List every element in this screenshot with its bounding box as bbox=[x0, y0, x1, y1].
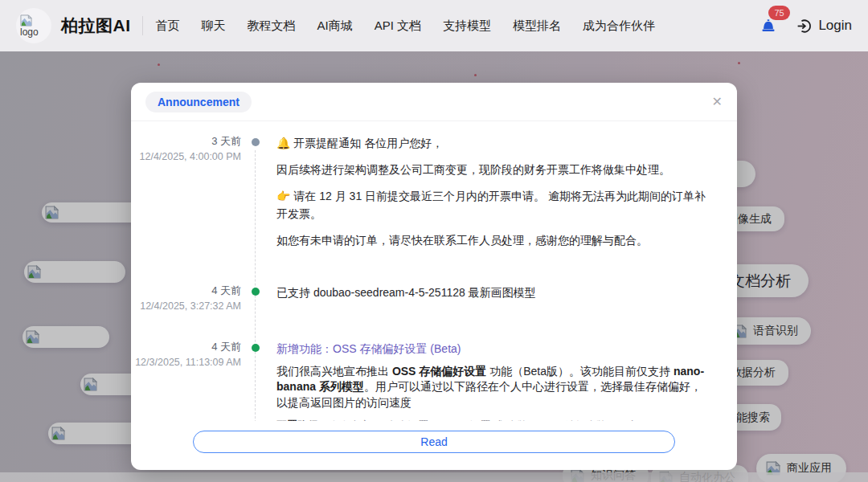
notification-count-badge: 75 bbox=[768, 6, 789, 20]
main-menu: 首页 聊天 教程文档 AI商城 API 文档 支持模型 模型排名 成为合作伙伴 bbox=[156, 18, 656, 34]
announcement-badge: Announcement bbox=[145, 92, 252, 112]
login-label: Login bbox=[818, 18, 852, 34]
entry-relative-time: 4 天前 bbox=[131, 284, 241, 299]
entry-title-link[interactable]: 新增功能：OSS 存储偏好设置 (Beta) bbox=[276, 340, 711, 357]
entry-relative-time: 4 天前 bbox=[131, 340, 241, 355]
timeline-dot bbox=[252, 344, 260, 352]
entry-paragraph: 因后续将进行架构调整及公司工商变更，现阶段的财务开票工作将做集中处理。 bbox=[276, 161, 711, 178]
modal-body: 3 天前 12/4/2025, 4:00:00 PM 🔔 开票提醒通知 各位用户… bbox=[131, 121, 737, 421]
announcement-entry: 3 天前 12/4/2025, 4:00:00 PM 🔔 开票提醒通知 各位用户… bbox=[131, 134, 737, 258]
entry-datetime: 12/4/2025, 4:00:00 PM bbox=[131, 149, 241, 164]
modal-header: Announcement ✕ bbox=[131, 83, 737, 121]
entry-config-path: 配置路径：个人中心 → 安全设置 → OSS 设置 或 令牌页面 → 编辑令牌最… bbox=[276, 419, 711, 421]
read-button[interactable]: Read bbox=[193, 431, 675, 453]
menu-item-model-ranking[interactable]: 模型排名 bbox=[513, 18, 561, 34]
entry-paragraph: 🔔 开票提醒通知 各位用户您好， bbox=[276, 134, 711, 152]
timeline-dot bbox=[252, 288, 260, 296]
announcement-entry: 4 天前 12/3/2025, 11:13:09 AM 新增功能：OSS 存储偏… bbox=[131, 340, 737, 421]
menu-item-supported-models[interactable]: 支持模型 bbox=[443, 18, 491, 34]
menu-item-tutorials[interactable]: 教程文档 bbox=[248, 18, 296, 34]
login-button[interactable]: Login bbox=[796, 18, 852, 35]
entry-paragraph: 👉 请在 12 月 31 日前提交最近三个月内的开票申请。 逾期将无法再为此期间… bbox=[276, 187, 711, 223]
announcement-entry: 4 天前 12/4/2025, 3:27:32 AM 已支持 doubao-se… bbox=[131, 284, 737, 313]
menu-item-api-docs[interactable]: API 文档 bbox=[375, 18, 421, 34]
entry-paragraph: 我们很高兴地宣布推出 OSS 存储偏好设置 功能（Beta版）。该功能目前仅支持… bbox=[276, 364, 711, 411]
site-logo[interactable]: logo bbox=[16, 8, 51, 43]
navbar-right: 75 Login bbox=[760, 17, 852, 35]
entry-paragraph: 如您有未申请的订单，请尽快在联系工作人员处理，感谢您的理解与配合。 bbox=[276, 231, 711, 249]
modal-footer: Read bbox=[131, 421, 737, 470]
notification-bell[interactable]: 75 bbox=[760, 17, 778, 35]
menu-item-ai-mall[interactable]: AI商城 bbox=[317, 18, 353, 34]
brand-title[interactable]: 柏拉图AI bbox=[61, 14, 131, 37]
entry-paragraph: 已支持 doubao-seedream-4-5-251128 最新画图模型 bbox=[276, 284, 711, 301]
entry-datetime: 12/3/2025, 11:13:09 AM bbox=[131, 355, 241, 370]
login-icon bbox=[796, 18, 813, 35]
announcement-timeline: 3 天前 12/4/2025, 4:00:00 PM 🔔 开票提醒通知 各位用户… bbox=[131, 134, 737, 421]
entry-datetime: 12/4/2025, 3:27:32 AM bbox=[131, 299, 241, 313]
timeline-dot bbox=[252, 138, 260, 146]
top-navbar: logo 柏拉图AI 首页 聊天 教程文档 AI商城 API 文档 支持模型 模… bbox=[0, 0, 868, 51]
entry-relative-time: 3 天前 bbox=[131, 134, 241, 149]
menu-item-home[interactable]: 首页 bbox=[156, 18, 180, 34]
logo-alt-text: logo bbox=[20, 27, 39, 37]
menu-item-chat[interactable]: 聊天 bbox=[202, 18, 226, 34]
broken-image-icon bbox=[20, 14, 32, 27]
nav-divider bbox=[142, 16, 143, 35]
close-icon[interactable]: ✕ bbox=[712, 96, 723, 108]
announcement-modal: Announcement ✕ 3 天前 12/4/2025, 4:00:00 P… bbox=[131, 83, 737, 470]
menu-item-become-partner[interactable]: 成为合作伙伴 bbox=[583, 18, 655, 34]
